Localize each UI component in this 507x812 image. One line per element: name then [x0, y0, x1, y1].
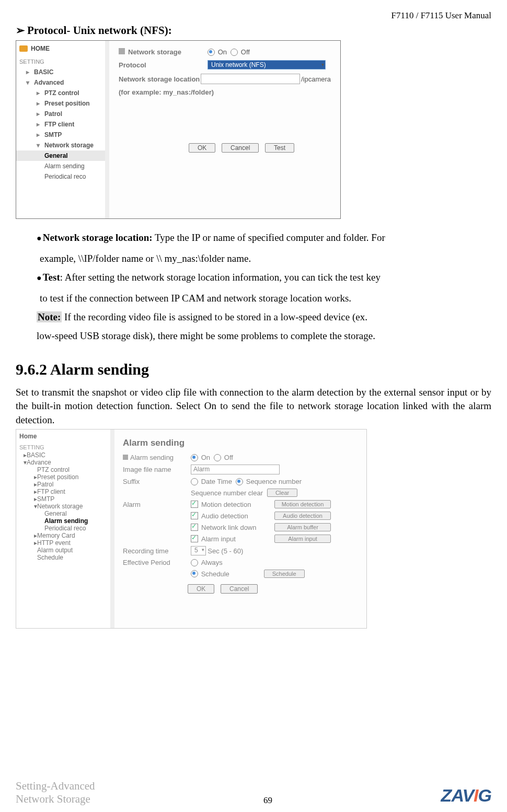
bullet2-label: Test	[43, 272, 60, 283]
image-file-label: Image file name	[123, 466, 191, 473]
chevron-down-icon: ▾	[35, 142, 41, 148]
chevron-down-icon: ▾	[25, 79, 31, 86]
ns-label-text: Network storage	[128, 48, 181, 56]
suffix-label: Suffix	[123, 478, 191, 485]
note-a: If the recording video file is assigned …	[62, 311, 367, 322]
alarm-sending-label: Alarm sending	[123, 454, 191, 461]
radio-off[interactable]	[231, 49, 238, 56]
para-alarm-sending: Set to transmit the snapshot or video cl…	[16, 386, 491, 427]
sidebar-advanced[interactable]: ▾Advanced	[16, 77, 105, 88]
footer: Setting-Advanced Network Storage 69 ZAVI…	[16, 780, 491, 806]
chk-network[interactable]	[191, 524, 198, 531]
sidebar-home[interactable]: HOME	[16, 41, 105, 56]
sidebar-general[interactable]: General	[16, 150, 105, 161]
btn-alarm-buffer[interactable]: Alarm buffer	[274, 523, 331, 531]
btn-alarm-input[interactable]: Alarm input	[274, 535, 331, 543]
sidebar-home[interactable]: Home	[16, 430, 110, 443]
radio-date[interactable]	[191, 478, 198, 485]
sidebar-basic[interactable]: ▸BASIC	[16, 451, 110, 459]
sidebar-ftp[interactable]: ▸FTP client	[16, 488, 110, 495]
ok-button[interactable]: OK	[189, 143, 215, 153]
sidebar-item-label: Preset position	[37, 473, 78, 481]
sidebar-advance[interactable]: ▾Advance	[16, 459, 110, 466]
chk-alarm-input[interactable]	[191, 535, 198, 542]
scrollbar[interactable]	[105, 41, 109, 218]
sidebar-alarm-sending[interactable]: Alarm sending	[16, 517, 110, 525]
location-input[interactable]	[201, 74, 300, 84]
alarm-sending-text: Alarm sending	[130, 454, 174, 461]
alarm-title: Alarm sending	[123, 438, 359, 448]
footer-left-1: Setting-Advanced	[16, 780, 95, 793]
sidebar-http-event[interactable]: ▸HTTP event	[16, 539, 110, 547]
home-label: Home	[19, 433, 37, 440]
alarm-label: Alarm	[123, 501, 191, 508]
chk-audio[interactable]	[191, 512, 198, 519]
sidebar-patrol[interactable]: ▸Patrol	[16, 481, 110, 488]
dropdown-arrow-icon: ▾	[202, 547, 204, 552]
sidebar-item-label: SMTP	[44, 131, 62, 138]
sidebar-smtp[interactable]: ▸SMTP	[16, 495, 110, 503]
scrollbar[interactable]	[110, 430, 114, 628]
footer-left: Setting-Advanced Network Storage	[16, 780, 95, 806]
body-text-block: ●Network storage location: Type the IP o…	[37, 228, 476, 346]
radio-on[interactable]	[191, 454, 198, 461]
home-icon	[19, 45, 28, 52]
note-label: Note:	[37, 311, 62, 322]
chk-network-label: Network link down	[201, 524, 274, 531]
radio-off-label: Off	[224, 454, 233, 461]
chk-motion[interactable]	[191, 501, 198, 508]
chk-alarm-input-label: Alarm input	[201, 535, 274, 543]
radio-on-label: On	[201, 454, 210, 461]
sidebar-ptz[interactable]: ▸PTZ control	[16, 88, 105, 98]
radio-schedule[interactable]	[191, 570, 198, 577]
protocol-select[interactable]: Unix network (NFS)▾	[208, 60, 326, 69]
bullet2-a: : After setting the network storage loca…	[60, 272, 381, 283]
image-file-input[interactable]: Alarm	[191, 465, 280, 474]
sidebar-schedule[interactable]: Schedule	[16, 554, 110, 561]
btn-motion[interactable]: Motion detection	[274, 500, 331, 508]
test-button[interactable]: Test	[265, 143, 294, 153]
radio-on[interactable]	[208, 49, 215, 56]
ss1-buttons: OK Cancel Test	[119, 143, 331, 153]
sidebar-memory[interactable]: ▸Memory Card	[16, 532, 110, 539]
sidebar-network-storage[interactable]: ▾Network storage	[16, 503, 110, 510]
chk-audio-label: Audio detection	[201, 512, 274, 520]
cancel-button[interactable]: Cancel	[221, 584, 258, 594]
sidebar-ptz[interactable]: PTZ control	[16, 466, 110, 473]
location-suffix: /ipcamera	[301, 75, 331, 83]
btn-audio[interactable]: Audio detection	[274, 512, 331, 520]
radio-off[interactable]	[214, 454, 221, 461]
radio-seq[interactable]	[236, 478, 243, 485]
radio-on-label: On	[218, 48, 227, 56]
sidebar-general[interactable]: General	[16, 510, 110, 517]
radio-always[interactable]	[191, 559, 198, 566]
sidebar-periodical[interactable]: Periodical reco	[16, 525, 110, 532]
logo-zav: ZAV	[441, 785, 474, 805]
rec-time-value: 5	[194, 547, 198, 554]
sidebar-item-label: Memory Card	[37, 532, 75, 539]
chevron-icon: ▸	[35, 121, 41, 127]
sidebar-preset[interactable]: ▸Preset position	[16, 473, 110, 481]
dropdown-arrow-icon: ▾	[321, 62, 324, 67]
logo-i: I	[474, 785, 478, 805]
clear-button[interactable]: Clear	[267, 489, 297, 497]
btn-schedule[interactable]: Schedule	[264, 570, 305, 578]
sidebar-smtp[interactable]: ▸SMTP	[16, 130, 105, 140]
sidebar-alarm-sending[interactable]: Alarm sending	[16, 161, 105, 171]
sidebar-patrol[interactable]: ▸Patrol	[16, 109, 105, 119]
sidebar-preset[interactable]: ▸Preset position	[16, 98, 105, 109]
heading-alarm-sending: 9.6.2 Alarm sending	[16, 361, 491, 378]
ok-button[interactable]: OK	[188, 584, 214, 594]
book-icon	[119, 48, 125, 54]
rec-time-select[interactable]: 5▾	[191, 546, 206, 555]
sidebar-ftp[interactable]: ▸FTP client	[16, 119, 105, 130]
sidebar-item-label: SMTP	[37, 495, 54, 503]
protocol-value: Unix network (NFS)	[211, 61, 266, 68]
sidebar-network-storage[interactable]: ▾Network storage	[16, 140, 105, 150]
page-number: 69	[95, 795, 441, 806]
sidebar-basic[interactable]: ▸BASIC	[16, 67, 105, 77]
cancel-button[interactable]: Cancel	[222, 143, 259, 153]
sidebar-periodical[interactable]: Periodical reco	[16, 171, 105, 182]
sidebar-alarm-output[interactable]: Alarm output	[16, 547, 110, 554]
chevron-icon: ▸	[35, 100, 41, 107]
